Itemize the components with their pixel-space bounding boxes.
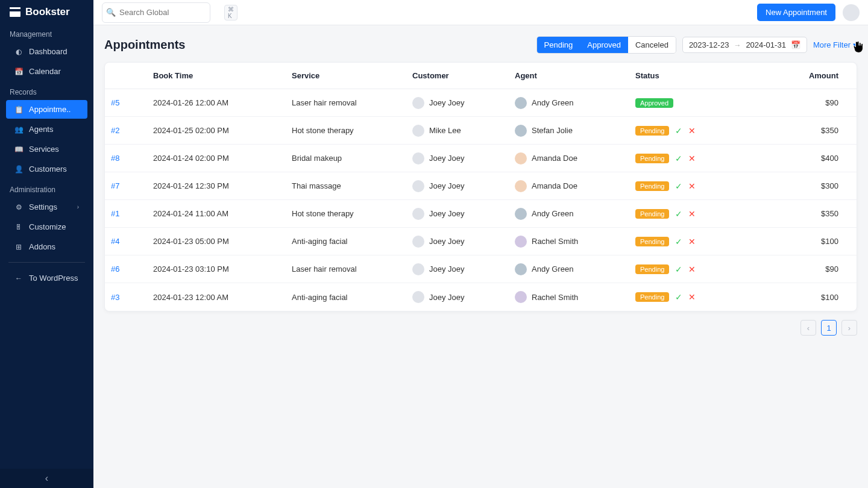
sidebar-item-label: Agents bbox=[29, 125, 53, 134]
sidebar-item-label: Appointme.. bbox=[29, 105, 71, 114]
customer-name: Joey Joey bbox=[429, 293, 465, 302]
more-filter-button[interactable]: More Filter ▾ bbox=[813, 40, 857, 49]
row-customer: Mike Lee bbox=[412, 125, 515, 137]
new-appointment-button[interactable]: New Appointment bbox=[757, 4, 835, 21]
user-avatar[interactable] bbox=[843, 4, 860, 21]
row-customer: Joey Joey bbox=[412, 236, 515, 248]
status-badge: Pending bbox=[635, 154, 669, 163]
row-time: 2024-01-24 12:30 PM bbox=[153, 181, 292, 190]
row-customer: Joey Joey bbox=[412, 152, 515, 164]
reject-icon[interactable]: ✕ bbox=[688, 154, 696, 163]
row-service: Anti-aging facial bbox=[292, 293, 412, 302]
table-row: #32024-01-23 12:00 AMAnti-aging facialJo… bbox=[105, 283, 857, 311]
search-input[interactable] bbox=[119, 8, 221, 17]
filter-approved[interactable]: Approved bbox=[580, 37, 628, 53]
row-time: 2024-01-23 12:00 AM bbox=[153, 293, 292, 302]
sidebar-item-services[interactable]: 📖Services bbox=[6, 140, 87, 158]
row-agent: Rachel Smith bbox=[515, 291, 635, 303]
sidebar-item-agents[interactable]: 👥Agents bbox=[6, 120, 87, 139]
row-id-link[interactable]: #8 bbox=[111, 154, 153, 163]
page-next[interactable]: › bbox=[841, 320, 857, 336]
agent-avatar bbox=[515, 152, 527, 164]
row-amount: $350 bbox=[744, 126, 851, 135]
col-book-time: Book Time bbox=[153, 71, 292, 80]
reject-icon[interactable]: ✕ bbox=[688, 181, 696, 191]
agent-avatar bbox=[515, 125, 527, 137]
section-title: Administration bbox=[0, 180, 93, 196]
chevron-down-icon: ▾ bbox=[853, 40, 857, 49]
row-id-link[interactable]: #5 bbox=[111, 98, 153, 107]
back-to-wordpress[interactable]: ← To WordPress bbox=[6, 269, 87, 287]
approve-icon[interactable]: ✓ bbox=[675, 237, 682, 246]
appt-icon: 📋 bbox=[14, 105, 23, 114]
sidebar-item-customize[interactable]: 🎚Customize bbox=[6, 217, 87, 236]
approve-icon[interactable]: ✓ bbox=[675, 292, 682, 302]
reject-icon[interactable]: ✕ bbox=[688, 264, 696, 274]
agent-name: Stefan Jolie bbox=[532, 126, 573, 135]
customer-avatar bbox=[412, 263, 424, 275]
row-service: Thai massage bbox=[292, 181, 412, 190]
page-1[interactable]: 1 bbox=[821, 320, 837, 336]
row-agent: Andy Green bbox=[515, 263, 635, 275]
search-shortcut: ⌘ K bbox=[224, 5, 237, 20]
sidebar-item-settings[interactable]: ⚙Settings› bbox=[6, 198, 87, 216]
sidebar-item-customers[interactable]: 👤Customers bbox=[6, 160, 87, 178]
table-row: #72024-01-24 12:30 PMThai massageJoey Jo… bbox=[105, 172, 857, 200]
row-amount: $90 bbox=[744, 98, 851, 107]
topbar: 🔍 ⌘ K New Appointment bbox=[93, 0, 868, 25]
global-search[interactable]: 🔍 ⌘ K bbox=[102, 2, 210, 23]
reject-icon[interactable]: ✕ bbox=[688, 292, 696, 302]
filter-canceled[interactable]: Canceled bbox=[628, 37, 676, 53]
row-id-link[interactable]: #7 bbox=[111, 181, 153, 190]
page-prev[interactable]: ‹ bbox=[800, 320, 816, 336]
row-status: Pending✓✕ bbox=[635, 292, 744, 302]
row-status: Pending✓✕ bbox=[635, 154, 744, 163]
reject-icon[interactable]: ✕ bbox=[688, 237, 696, 246]
row-id-link[interactable]: #1 bbox=[111, 209, 153, 218]
customer-name: Joey Joey bbox=[429, 237, 465, 246]
row-id-link[interactable]: #3 bbox=[111, 293, 153, 302]
sidebar-item-dashboard[interactable]: ◐Dashboard bbox=[6, 42, 87, 61]
reject-icon[interactable]: ✕ bbox=[688, 209, 696, 219]
row-amount: $90 bbox=[744, 264, 851, 274]
row-time: 2024-01-25 02:00 PM bbox=[153, 126, 292, 135]
date-range-picker[interactable]: 2023-12-23 → 2024-01-31 📅 bbox=[682, 37, 807, 53]
sidebar-item-addons[interactable]: ⊞Addons bbox=[6, 237, 87, 256]
sidebar-item-label: Dashboard bbox=[29, 47, 68, 56]
row-agent: Rachel Smith bbox=[515, 236, 635, 248]
arrow-right-icon: → bbox=[734, 41, 741, 49]
customer-avatar bbox=[412, 97, 424, 109]
approve-icon[interactable]: ✓ bbox=[675, 209, 682, 219]
collapse-sidebar-button[interactable]: ‹ bbox=[0, 469, 93, 488]
agent-avatar bbox=[515, 180, 527, 192]
row-time: 2024-01-24 11:00 AM bbox=[153, 209, 292, 218]
row-customer: Joey Joey bbox=[412, 208, 515, 220]
approve-icon[interactable]: ✓ bbox=[675, 126, 682, 136]
sidebar-item-label: Customers bbox=[29, 164, 67, 174]
approve-icon[interactable]: ✓ bbox=[675, 264, 682, 274]
filter-pending[interactable]: Pending bbox=[537, 37, 580, 53]
customer-name: Joey Joey bbox=[429, 209, 465, 218]
agent-name: Andy Green bbox=[532, 264, 573, 274]
brand-logo[interactable]: Bookster bbox=[0, 0, 93, 24]
section-title: Records bbox=[0, 82, 93, 99]
row-amount: $100 bbox=[744, 293, 851, 302]
reject-icon[interactable]: ✕ bbox=[688, 126, 696, 136]
table-row: #12024-01-24 11:00 AMHot stone therapyJo… bbox=[105, 200, 857, 228]
sidebar-item-appointme-[interactable]: 📋Appointme.. bbox=[6, 100, 87, 119]
agent-name: Amanda Doe bbox=[532, 181, 577, 190]
sidebar: Bookster Management◐Dashboard📅CalendarRe… bbox=[0, 0, 93, 488]
row-id-link[interactable]: #4 bbox=[111, 237, 153, 246]
row-id-link[interactable]: #6 bbox=[111, 264, 153, 274]
row-customer: Joey Joey bbox=[412, 180, 515, 192]
row-amount: $350 bbox=[744, 209, 851, 218]
row-time: 2024-01-23 05:00 PM bbox=[153, 237, 292, 246]
approve-icon[interactable]: ✓ bbox=[675, 154, 682, 163]
row-amount: $100 bbox=[744, 237, 851, 246]
customer-name: Joey Joey bbox=[429, 98, 465, 107]
row-id-link[interactable]: #2 bbox=[111, 126, 153, 135]
sidebar-item-calendar[interactable]: 📅Calendar bbox=[6, 62, 87, 81]
search-icon: 🔍 bbox=[106, 8, 116, 17]
approve-icon[interactable]: ✓ bbox=[675, 181, 682, 191]
row-status: Pending✓✕ bbox=[635, 264, 744, 274]
